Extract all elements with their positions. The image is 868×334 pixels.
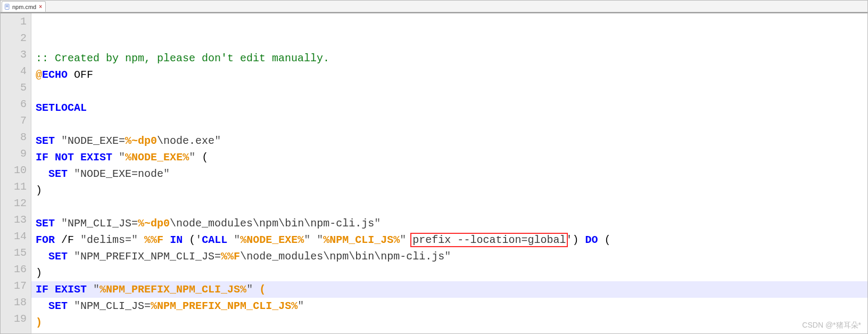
line-number: 15	[3, 245, 27, 261]
line-number: 9	[3, 145, 27, 162]
line-number: 2	[3, 30, 27, 46]
code-line[interactable]	[31, 199, 867, 215]
code-line[interactable]: IF EXIST "%NPM_PREFIX_NPM_CLI_JS%" (	[31, 281, 867, 298]
code-line[interactable]: )	[31, 314, 867, 331]
code-line[interactable]: FOR /F "delims=" %%F IN ('CALL "%NODE_EX…	[31, 232, 867, 248]
line-number: 4	[3, 63, 27, 79]
code-line[interactable]: SET "NODE_EXE=%~dp0\node.exe"	[31, 133, 867, 149]
line-number: 16	[3, 261, 27, 278]
tab-label: npm.cmd	[12, 4, 36, 10]
code-line[interactable]: @ECHO OFF	[31, 67, 867, 83]
code-line[interactable]: )	[31, 265, 867, 281]
code-line[interactable]	[31, 83, 867, 100]
code-line[interactable]: SET "NODE_EXE=node"	[31, 166, 867, 182]
line-number: 12	[3, 195, 27, 211]
line-number: 8	[3, 129, 27, 145]
code-line[interactable]: SET "NPM_CLI_JS=%~dp0\node_modules\npm\b…	[31, 215, 867, 232]
code-line[interactable]: )	[31, 182, 867, 199]
code-line[interactable]	[31, 331, 867, 333]
editor-window: npm.cmd × 12345678910111213141516171819 …	[0, 0, 868, 334]
line-number: 17	[3, 278, 27, 294]
file-icon	[4, 4, 11, 10]
editor-area: 12345678910111213141516171819 :: Created…	[1, 12, 867, 333]
line-number: 13	[3, 211, 27, 228]
line-number-gutter: 12345678910111213141516171819	[1, 13, 31, 333]
code-content[interactable]: :: Created by npm, please don't edit man…	[31, 13, 867, 333]
tab-bar: npm.cmd ×	[1, 1, 867, 12]
line-number: 6	[3, 96, 27, 112]
line-number: 7	[3, 112, 27, 129]
line-number: 1	[3, 13, 27, 30]
line-number: 11	[3, 178, 27, 195]
highlighted-text: prefix --location=global	[412, 234, 566, 246]
code-line[interactable]: IF NOT EXIST "%NODE_EXE%" (	[31, 149, 867, 166]
code-line[interactable]: SET "NPM_CLI_JS=%NPM_PREFIX_NPM_CLI_JS%"	[31, 298, 867, 314]
file-tab-npm-cmd[interactable]: npm.cmd ×	[2, 1, 46, 12]
line-number: 3	[3, 46, 27, 63]
code-line[interactable]: SETLOCAL	[31, 100, 867, 116]
code-line[interactable]: :: Created by npm, please don't edit man…	[31, 50, 867, 67]
close-icon[interactable]: ×	[38, 4, 43, 10]
line-number: 19	[3, 311, 27, 327]
line-number: 14	[3, 228, 27, 245]
code-line[interactable]: SET "NPM_PREFIX_NPM_CLI_JS=%%F\node_modu…	[31, 248, 867, 265]
line-number: 18	[3, 294, 27, 311]
line-number: 10	[3, 162, 27, 178]
line-number: 5	[3, 79, 27, 96]
code-line[interactable]	[31, 116, 867, 133]
